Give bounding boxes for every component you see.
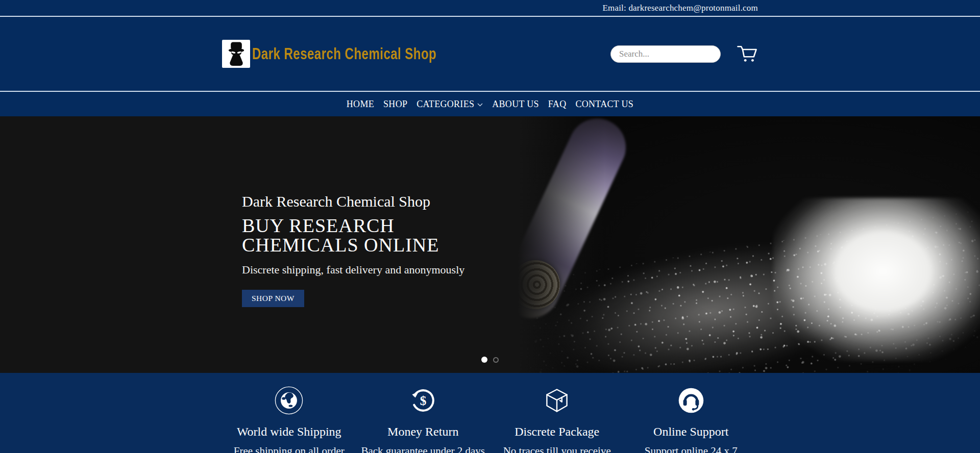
brand-home-link[interactable]: Dark Research Chemical Shop	[222, 40, 488, 68]
site-header: Dark Research Chemical Shop	[0, 16, 980, 92]
nav-item-about-us[interactable]: ABOUT US	[487, 99, 544, 110]
cart-button[interactable]	[737, 44, 758, 64]
nav-item-home[interactable]: HOME	[342, 99, 379, 110]
main-nav: HOME SHOP CATEGORIES ABOUT US FAQ CONTAC…	[0, 92, 980, 116]
carousel-dot-2[interactable]	[493, 357, 499, 363]
hero-image	[518, 116, 980, 373]
carousel-dot-1-active[interactable]	[481, 357, 487, 363]
topbar: Email: darkresearchchem@protonmail.com	[0, 0, 980, 16]
feature-subtitle: Support online 24 x 7	[624, 445, 758, 453]
chevron-down-icon	[477, 103, 483, 107]
feature-title: World wide Shipping	[222, 425, 356, 439]
feature-subtitle: No traces till you receive	[490, 445, 624, 453]
money-return-icon: $	[356, 387, 491, 414]
search-input[interactable]	[610, 45, 721, 63]
nav-item-shop[interactable]: SHOP	[379, 99, 412, 110]
feature-subtitle: Back guarantee under 2 days	[356, 445, 491, 453]
hero-content: Dark Research Chemical Shop BUY RESEARCH…	[242, 193, 538, 307]
hero-eyebrow: Dark Research Chemical Shop	[242, 193, 538, 210]
hero-banner: Dark Research Chemical Shop BUY RESEARCH…	[0, 116, 980, 373]
contact-email: Email: darkresearchchem@protonmail.com	[602, 3, 758, 13]
feature-discrete-package: Discrete Package No traces till you rece…	[490, 373, 624, 453]
feature-title: Online Support	[624, 425, 758, 439]
feature-title: Money Return	[356, 425, 491, 439]
feature-subtitle: Free shipping on all order	[222, 445, 356, 453]
package-icon	[490, 387, 624, 414]
feature-worldwide-shipping: World wide Shipping Free shipping on all…	[222, 373, 356, 453]
carousel-dots	[481, 357, 499, 363]
nav-item-faq[interactable]: FAQ	[544, 99, 571, 110]
nav-item-categories[interactable]: CATEGORIES	[412, 99, 487, 110]
svg-text:$: $	[420, 394, 426, 408]
spy-logo-icon	[222, 40, 250, 68]
features-strip: World wide Shipping Free shipping on all…	[0, 373, 980, 453]
globe-icon	[222, 387, 356, 414]
site-title: Dark Research Chemical Shop	[252, 45, 436, 63]
shop-now-button[interactable]: SHOP NOW	[242, 290, 304, 307]
feature-online-support: Online Support Support online 24 x 7	[624, 373, 758, 453]
feature-money-return: $ Money Return Back guarantee under 2 da…	[356, 373, 491, 453]
hero-tagline: Discrete shipping, fast delivery and ano…	[242, 263, 538, 276]
nav-item-contact-us[interactable]: CONTACT US	[571, 99, 638, 110]
feature-title: Discrete Package	[490, 425, 624, 439]
cart-icon	[737, 44, 758, 64]
headset-icon	[624, 387, 758, 414]
hero-title: BUY RESEARCH CHEMICALS ONLINE	[242, 216, 538, 255]
